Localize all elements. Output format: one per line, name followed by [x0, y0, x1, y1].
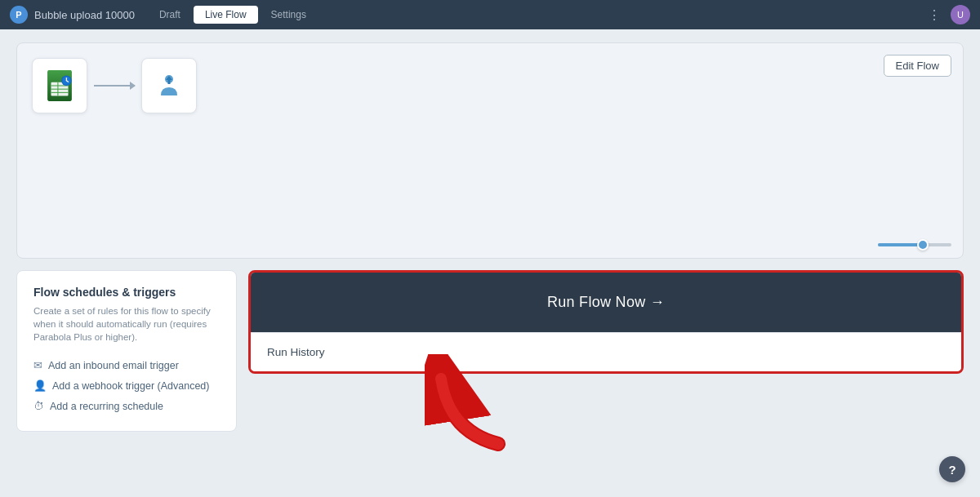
- tab-draft[interactable]: Draft: [148, 6, 192, 24]
- tab-live-flow[interactable]: Live Flow: [194, 6, 258, 24]
- app-title: Bubble upload 10000: [34, 9, 135, 21]
- zoom-track[interactable]: [878, 243, 951, 246]
- schedule-title: Flow schedules & triggers: [33, 286, 220, 299]
- flow-nodes: [17, 43, 963, 128]
- flow-canvas: Edit Flow: [16, 42, 964, 259]
- tab-settings[interactable]: Settings: [260, 6, 318, 24]
- zoom-thumb[interactable]: [917, 239, 929, 251]
- email-trigger-icon: ✉: [33, 359, 42, 371]
- sheets-node[interactable]: [32, 58, 87, 113]
- upload-node[interactable]: [141, 58, 197, 113]
- flow-connector: [87, 85, 141, 87]
- zoom-fill: [878, 243, 923, 246]
- email-trigger-item[interactable]: ✉ Add an inbound email trigger: [33, 355, 220, 375]
- bottom-row: Flow schedules & triggers Create a set o…: [16, 270, 964, 432]
- app-logo: P: [10, 6, 28, 24]
- topnav-right: ⋮ U: [928, 5, 970, 24]
- avatar[interactable]: U: [951, 5, 970, 24]
- zoom-slider-container: [878, 243, 951, 246]
- webhook-trigger-item[interactable]: 👤 Add a webhook trigger (Advanced): [33, 375, 220, 396]
- run-history-button[interactable]: Run History: [251, 332, 961, 371]
- email-trigger-label: Add an inbound email trigger: [48, 360, 179, 371]
- edit-flow-button[interactable]: Edit Flow: [884, 55, 951, 77]
- top-navigation: P Bubble upload 10000 Draft Live Flow Se…: [0, 0, 980, 29]
- schedule-description: Create a set of rules for this flow to s…: [33, 304, 220, 344]
- run-flow-highlighted-box: Run Flow Now → Run History: [248, 270, 964, 374]
- run-flow-now-button[interactable]: Run Flow Now →: [251, 273, 961, 332]
- schedule-card: Flow schedules & triggers Create a set o…: [16, 270, 237, 432]
- help-button[interactable]: ?: [939, 456, 965, 482]
- schedule-trigger-icon: ⏱: [33, 400, 44, 412]
- nav-tabs: Draft Live Flow Settings: [148, 6, 318, 24]
- webhook-trigger-icon: 👤: [33, 379, 47, 392]
- recurring-schedule-item[interactable]: ⏱ Add a recurring schedule: [33, 396, 220, 416]
- recurring-schedule-label: Add a recurring schedule: [50, 401, 163, 412]
- more-options-icon[interactable]: ⋮: [928, 7, 941, 23]
- arrow-line: [94, 85, 135, 87]
- webhook-trigger-label: Add a webhook trigger (Advanced): [52, 380, 209, 392]
- run-flow-panel: Run Flow Now → Run History: [248, 270, 964, 374]
- main-content: Edit Flow Flow schedules & triggers Crea…: [0, 29, 980, 497]
